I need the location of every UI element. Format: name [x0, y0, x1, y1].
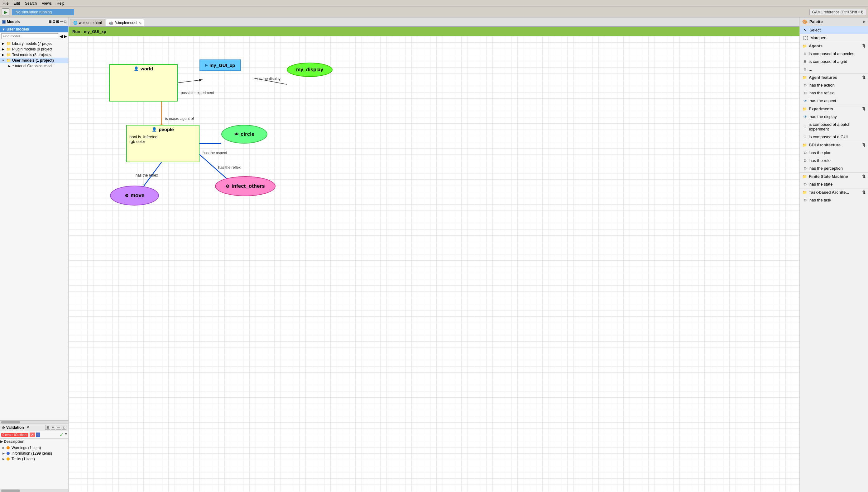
warning-expander[interactable]: ▶	[2, 446, 5, 449]
menu-search[interactable]: Search	[25, 1, 37, 6]
info-expander[interactable]: ▶	[2, 452, 5, 455]
desc-expander[interactable]: ▶	[0, 439, 4, 444]
palette-item-has-display[interactable]: 👁 has the display	[800, 113, 868, 121]
task-expander[interactable]: ▶	[2, 458, 5, 461]
palette-item-composed-species[interactable]: ⊞ is composed of a species	[800, 50, 868, 57]
menu-file[interactable]: File	[2, 1, 8, 6]
warning-item[interactable]: ▶ Warnings (1 item)	[1, 445, 67, 450]
val-check-btn[interactable]: ✓	[60, 432, 64, 438]
people-body: bool is_infected rgb color	[127, 133, 199, 162]
error-badge: 0 errors 00 others	[1, 433, 28, 437]
palette-item-has-state[interactable]: ⚙ has the state	[800, 180, 868, 188]
filter-info-button[interactable]: ℹ	[36, 433, 40, 437]
tree-item-tutorial[interactable]: ▶ • tutorial Graphical mod	[0, 63, 68, 69]
composed-grid-label: is composed of a grid	[809, 59, 847, 64]
nav-forward-button[interactable]: ▶	[64, 34, 67, 39]
task-item[interactable]: ▶ Tasks (1 item)	[1, 456, 67, 462]
node-gui[interactable]: ▶ my_GUI_xp	[200, 59, 241, 71]
new-button[interactable]: ⊞	[49, 20, 51, 24]
tab-close-button[interactable]: ✕	[138, 21, 141, 25]
menu-views[interactable]: Views	[42, 1, 52, 6]
filter-error-button[interactable]: ✕	[30, 433, 35, 437]
tree-item-plugin[interactable]: ▶ 📁 Plugin models (9 project	[0, 46, 68, 52]
palette-expand-icon[interactable]: ▶	[863, 20, 866, 23]
link-button[interactable]: ⊠	[56, 20, 59, 24]
find-model-input[interactable]	[1, 33, 58, 39]
palette-item-has-plan[interactable]: ⚙ has the plan	[800, 149, 868, 157]
val-min-btn[interactable]: —	[56, 425, 62, 430]
gui-exp-icon: ⊞	[803, 135, 806, 139]
collapse-button[interactable]: —	[60, 20, 63, 24]
node-display[interactable]: my_display	[287, 63, 332, 77]
agents-folder-icon: 📁	[802, 44, 807, 48]
task-folder-icon: 📁	[802, 190, 807, 195]
palette-section-task[interactable]: 📁 Task-based Archite... ⇅	[800, 188, 868, 196]
circle-eye-icon: 👁	[234, 132, 239, 137]
palette-section-bdi[interactable]: 📁 BDI Architecture ⇅	[800, 141, 868, 149]
node-circle[interactable]: 👁 circle	[221, 125, 267, 144]
canvas-area[interactable]: possible experiment has the display is m…	[69, 36, 799, 492]
aspect-icon: 👁	[803, 99, 807, 103]
palette-section-fsm[interactable]: 📁 Finite State Machine ⇅	[800, 172, 868, 180]
validation-hscroll[interactable]	[0, 489, 68, 492]
val-grid-btn[interactable]: ⊞	[45, 425, 50, 430]
val-list2-btn[interactable]: ≡	[65, 432, 67, 438]
user-icon: 📁	[6, 58, 11, 63]
tab-welcome[interactable]: 🌐 welcome.html	[70, 19, 105, 26]
tab-simplemodel[interactable]: 🤖 *simplemodel ✕	[105, 19, 144, 26]
palette-item-gui-experiment[interactable]: ⊞ is composed of a GUI	[800, 133, 868, 141]
val-scrollbar-thumb[interactable]	[1, 490, 20, 492]
val-list-btn[interactable]: ≡	[51, 425, 55, 430]
scrollbar-thumb[interactable]	[1, 421, 20, 423]
horizontal-scrollbar[interactable]	[0, 420, 68, 423]
palette-section-experiments[interactable]: 📁 Experiments ⇅	[800, 105, 868, 113]
user-models-icon: ▼	[2, 27, 5, 31]
tree-expander-tutorial[interactable]: ▶	[7, 64, 11, 68]
species-icon: ⊞	[803, 52, 806, 56]
tree-item-user[interactable]: ▼ 📁 User models (1 project)	[0, 57, 68, 63]
nav-back-button[interactable]: ◀	[60, 34, 63, 39]
tree-expander-user[interactable]: ▼	[1, 58, 5, 62]
palette-item-agents-more[interactable]: ⊞ ...	[800, 66, 868, 73]
node-people[interactable]: 👤 people bool is_infected rgb color	[126, 125, 200, 162]
menu-edit[interactable]: Edit	[14, 1, 20, 6]
palette-item-batch-experiment[interactable]: ⊞ is composed of a batch experiment	[800, 121, 868, 133]
palette-item-has-rule[interactable]: ⚙ has the rule	[800, 157, 868, 165]
val-max-btn[interactable]: □	[62, 425, 66, 430]
node-move[interactable]: ⚙ move	[110, 186, 159, 205]
tree-item-library[interactable]: ▶ 📁 Library models (7 projec	[0, 41, 68, 46]
palette-item-has-action[interactable]: ⚙ has the action	[800, 81, 868, 89]
palette-item-has-task[interactable]: ⚙ has the task	[800, 196, 868, 204]
maximize-button[interactable]: □	[64, 20, 66, 24]
palette-item-select[interactable]: ↖ Select	[800, 26, 868, 34]
run-bar: Run : my_GUI_xp	[69, 27, 799, 36]
tree-expander-library[interactable]: ▶	[1, 42, 5, 46]
plugin-label: Plugin models (9 project	[12, 47, 52, 51]
people-header-icon: 👤	[152, 127, 157, 132]
palette-item-has-aspect[interactable]: 👁 has the aspect	[800, 97, 868, 105]
menu-help[interactable]: Help	[57, 1, 65, 6]
palette-section-agent-features[interactable]: 📁 Agent features ⇅	[800, 73, 868, 81]
node-world[interactable]: 👤 world	[109, 64, 178, 101]
menu-bar: File Edit Search Views Help	[0, 0, 868, 7]
palette-item-marquee[interactable]: Marquee	[800, 34, 868, 42]
tree-item-test[interactable]: ▶ 📁 Test models (8 projects,	[0, 52, 68, 57]
find-model-bar: ◀ ▶	[0, 32, 68, 40]
tree-expander-plugin[interactable]: ▶	[1, 47, 5, 51]
palette-section-agents[interactable]: 📁 Agents ⇅	[800, 42, 868, 50]
palette-item-has-perception[interactable]: ⚙ has the perception	[800, 165, 868, 172]
play-button[interactable]	[2, 8, 9, 16]
toolbar: No simulation running GAML reference (Ct…	[0, 7, 868, 18]
palette-item-composed-grid[interactable]: ⊞ is composed of a grid	[800, 57, 868, 66]
sync-button[interactable]: ⊡	[52, 20, 55, 24]
tree-expander-test[interactable]: ▶	[1, 53, 5, 57]
info-item[interactable]: ▶ Information (1299 items)	[1, 450, 67, 456]
palette-item-has-reflex[interactable]: ⚙ has the reflex	[800, 89, 868, 97]
left-panel: ▣ Models ⊞ ⊡ ⊠ — □ ▼ User models ◀ ▶ ▶	[0, 18, 69, 492]
node-infect[interactable]: ⚙ infect_others	[215, 176, 276, 196]
fsm-folder-icon: 📁	[802, 174, 807, 179]
agents-more-icon: ⊞	[803, 67, 806, 71]
select-label: Select	[810, 28, 821, 32]
gaml-reference-button[interactable]: GAML reference (Ctrl+Shift+H)	[810, 9, 866, 15]
close-validation-icon[interactable]: ✕	[26, 425, 29, 429]
